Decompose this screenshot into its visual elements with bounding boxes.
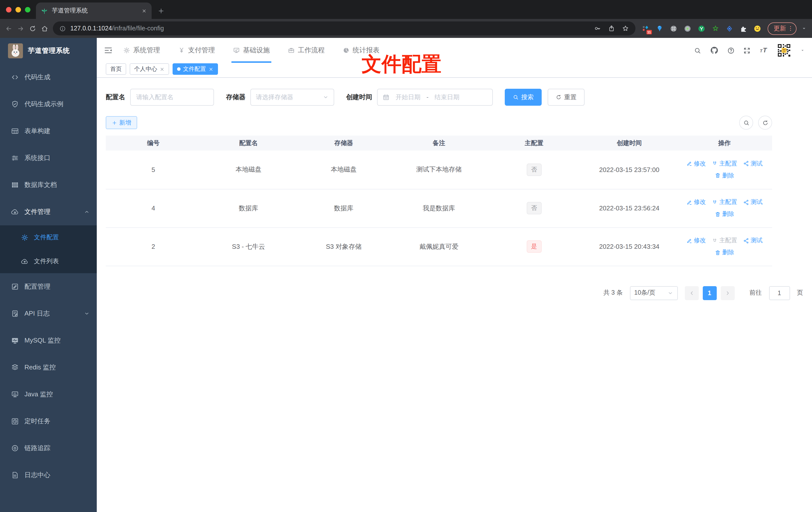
extension-y-icon[interactable] — [698, 25, 705, 32]
date-range-picker[interactable]: - — [377, 89, 493, 106]
close-icon[interactable] — [208, 66, 213, 71]
delete-link[interactable]: 删除 — [715, 248, 734, 257]
extension-eye-icon[interactable] — [726, 25, 733, 32]
new-tab-button[interactable] — [157, 7, 165, 14]
browser-menu-icon[interactable] — [787, 25, 794, 32]
site-info-icon[interactable] — [59, 25, 66, 32]
sidebar-item-job[interactable]: 定时任务 — [0, 408, 97, 435]
sidebar-item-redis-monitor[interactable]: Redis 监控 — [0, 354, 97, 381]
goto-page-input[interactable] — [769, 286, 790, 300]
user-avatar[interactable] — [777, 43, 791, 58]
browser-tabstrip: 芋道管理系统 — [0, 0, 812, 19]
window-minimize-button[interactable] — [16, 7, 21, 12]
delete-link[interactable]: 删除 — [715, 210, 734, 218]
reload-button[interactable] — [29, 25, 36, 32]
extension-emoji-icon[interactable] — [754, 25, 761, 32]
tab-home[interactable]: 首页 — [106, 63, 126, 75]
cell-created: 2022-03-15 23:57:00 — [582, 151, 677, 189]
extensions-puzzle-icon[interactable] — [740, 25, 747, 32]
table-row: 5本地磁盘本地磁盘测试下本地存储否2022-03-15 23:57:00修改主配… — [106, 151, 772, 189]
tab-profile[interactable]: 个人中心 — [130, 63, 169, 75]
sidebar-item-code-generate[interactable]: 代码生成 — [0, 64, 97, 91]
page-size-select[interactable]: 10条/页 — [630, 286, 677, 300]
forward-button[interactable] — [17, 25, 24, 32]
nav-item-infra[interactable]: 基础设施 — [231, 38, 271, 63]
sidebar-toggle-icon[interactable] — [104, 46, 113, 55]
next-page-button[interactable] — [721, 286, 734, 300]
edit-link[interactable]: 修改 — [686, 198, 706, 206]
fullscreen-icon[interactable] — [743, 47, 751, 54]
config-name-input[interactable] — [130, 89, 214, 106]
master-link[interactable]: 主配置 — [712, 159, 737, 168]
window-zoom-button[interactable] — [25, 7, 30, 12]
search-button[interactable]: 搜索 — [505, 89, 542, 106]
extension-grid-icon[interactable]: 11 — [642, 25, 649, 32]
master-badge: 是 — [527, 240, 542, 253]
test-link[interactable]: 测试 — [743, 159, 763, 168]
sidebar-item-file-manage[interactable]: 文件管理 — [0, 199, 97, 225]
chevron-left-icon — [689, 290, 695, 296]
date-end-input[interactable] — [430, 94, 463, 101]
refresh-table-button[interactable] — [758, 116, 772, 130]
address-bar[interactable]: 127.0.0.1:1024/infra/file/file-config — [53, 22, 635, 35]
avatar-caret-icon[interactable] — [800, 48, 805, 53]
prev-page-button[interactable] — [685, 286, 699, 300]
help-icon[interactable] — [727, 47, 735, 54]
sidebar-item-log-center[interactable]: 日志中心 — [0, 462, 97, 488]
home-button[interactable] — [41, 25, 48, 32]
window-controls — [0, 0, 36, 19]
date-start-input[interactable] — [392, 94, 425, 101]
doc-edit-icon — [11, 309, 19, 318]
browser-tab[interactable]: 芋道管理系统 — [36, 2, 152, 19]
app-logo[interactable]: 芋道管理系统 — [0, 38, 97, 64]
top-navigation: 系统管理支付管理基础设施工作流程统计报表 — [122, 38, 396, 63]
tab-file-config[interactable]: 文件配置 — [173, 63, 218, 75]
github-icon[interactable] — [710, 46, 719, 55]
sidebar-item-db-doc[interactable]: 数据库文档 — [0, 172, 97, 199]
sidebar-item-mysql-monitor[interactable]: MySQL 监控 — [0, 327, 97, 354]
edit-link[interactable]: 修改 — [686, 236, 706, 245]
page-number-button[interactable]: 1 — [702, 286, 717, 300]
browser-update-button[interactable]: 更新 — [767, 22, 796, 35]
test-link[interactable]: 测试 — [743, 198, 763, 206]
sidebar-item-code-demo[interactable]: 代码生成示例 — [0, 91, 97, 118]
nav-item-pay[interactable]: 支付管理 — [177, 38, 216, 63]
magnet-icon — [712, 238, 718, 244]
master-link[interactable]: 主配置 — [712, 198, 737, 206]
nav-item-system[interactable]: 系统管理 — [122, 38, 162, 63]
extension-star-icon[interactable] — [712, 25, 719, 32]
back-button[interactable] — [5, 25, 12, 32]
trash-icon — [715, 173, 721, 179]
bookmark-star-icon[interactable] — [622, 25, 629, 32]
delete-link[interactable]: 删除 — [715, 172, 734, 180]
tab-close-icon[interactable] — [142, 8, 147, 13]
search-button-icon — [513, 94, 519, 100]
window-close-button[interactable] — [6, 7, 11, 12]
browser-overflow-caret-icon[interactable] — [801, 25, 807, 31]
test-link[interactable]: 测试 — [743, 236, 763, 245]
extension-dot-icon[interactable] — [684, 25, 691, 32]
reset-button[interactable]: 重置 — [548, 89, 585, 106]
edit-link[interactable]: 修改 — [686, 159, 706, 168]
storage-select[interactable]: 请选择存储器 — [251, 89, 334, 106]
sidebar-item-api-log[interactable]: API 日志 — [0, 300, 97, 327]
toggle-search-button[interactable] — [739, 116, 753, 130]
sidebar-item-system-api[interactable]: 系统接口 — [0, 145, 97, 172]
extension-balloon-icon[interactable] — [656, 25, 663, 32]
share-icon[interactable] — [608, 25, 615, 32]
password-manager-icon[interactable] — [594, 25, 601, 32]
font-size-icon[interactable]: TT — [759, 46, 768, 55]
sidebar-item-form-builder[interactable]: 表单构建 — [0, 118, 97, 145]
close-icon[interactable] — [160, 66, 165, 71]
sidebar-subitem-file-list[interactable]: 文件列表 — [0, 249, 97, 273]
nav-item-workflow[interactable]: 工作流程 — [286, 38, 326, 63]
sidebar-subitem-file-config[interactable]: 文件配置 — [0, 225, 97, 249]
sidebar-item-trace[interactable]: 链路追踪 — [0, 435, 97, 462]
table-toolbar: 新增 — [106, 116, 772, 130]
extension-command-icon[interactable] — [670, 25, 677, 32]
search-icon[interactable] — [694, 47, 701, 54]
sidebar-item-config-manage[interactable]: 配置管理 — [0, 273, 97, 300]
sidebar-item-java-monitor[interactable]: Java 监控 — [0, 381, 97, 408]
add-button[interactable]: 新增 — [106, 116, 137, 129]
table-header-row: 编号配置名存储器备注主配置创建时间操作 — [106, 135, 772, 151]
